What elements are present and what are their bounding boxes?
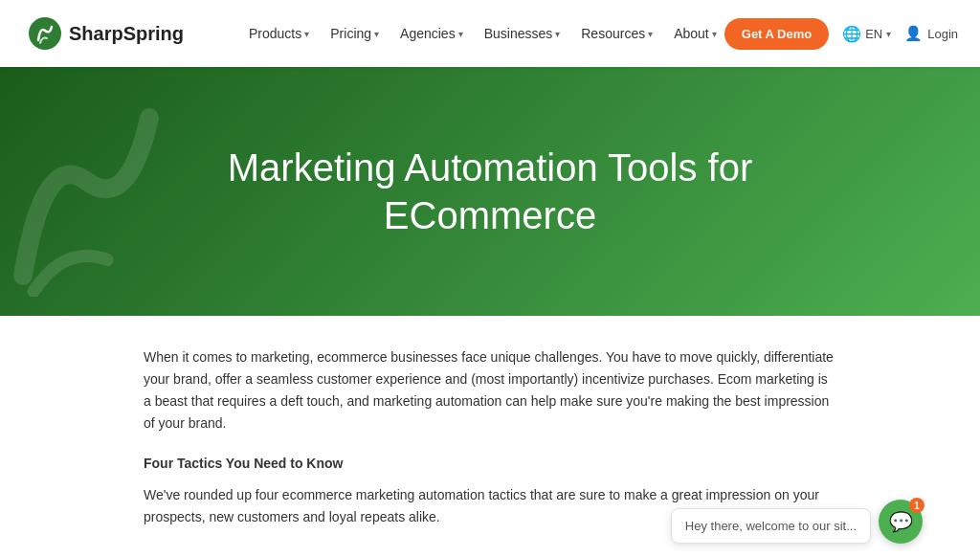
lang-chevron-icon: ▾	[886, 29, 891, 39]
chat-widget: Hey there, welcome to our sit... 💬 1	[671, 500, 923, 544]
language-selector[interactable]: 🌐 EN ▾	[842, 25, 891, 43]
pricing-chevron-icon: ▾	[374, 29, 379, 39]
chat-icon: 💬	[889, 510, 913, 533]
chat-button[interactable]: 💬 1	[879, 500, 923, 544]
globe-icon: 🌐	[842, 25, 861, 43]
intro-paragraph: When it comes to marketing, ecommerce bu…	[144, 346, 836, 434]
nav-item-products[interactable]: Products ▾	[241, 20, 317, 47]
user-icon: 👤	[904, 25, 923, 42]
hero-section: Marketing Automation Tools for ECommerce	[0, 67, 980, 316]
tactics-heading: Four Tactics You Need to Know	[144, 456, 836, 471]
products-chevron-icon: ▾	[304, 29, 309, 39]
nav-item-about[interactable]: About ▾	[666, 20, 724, 47]
logo[interactable]: SharpSpring	[29, 17, 184, 50]
businesses-chevron-icon: ▾	[555, 29, 560, 39]
nav-right: Get A Demo 🌐 EN ▾ 👤 Login	[724, 18, 958, 50]
login-button[interactable]: 👤 Login	[904, 25, 958, 42]
nav-item-resources[interactable]: Resources ▾	[573, 20, 660, 47]
demo-button[interactable]: Get A Demo	[724, 18, 829, 50]
agencies-chevron-icon: ▾	[458, 29, 463, 39]
nav-item-agencies[interactable]: Agencies ▾	[392, 20, 471, 47]
logo-icon	[29, 17, 61, 50]
chat-bubble: Hey there, welcome to our sit...	[671, 508, 871, 544]
resources-chevron-icon: ▾	[648, 29, 653, 39]
hero-title: Marketing Automation Tools for ECommerce	[179, 144, 801, 239]
nav-item-businesses[interactable]: Businesses ▾	[477, 20, 568, 47]
page-wrapper: SharpSpring Products ▾ Pricing ▾ Agencie…	[0, 0, 980, 557]
brand-name: SharpSpring	[69, 23, 184, 45]
chat-badge: 1	[909, 498, 924, 513]
hero-watermark-icon	[0, 86, 191, 297]
svg-point-0	[29, 17, 61, 50]
navbar: SharpSpring Products ▾ Pricing ▾ Agencie…	[0, 0, 980, 67]
nav-links: Products ▾ Pricing ▾ Agencies ▾ Business…	[241, 20, 724, 47]
about-chevron-icon: ▾	[712, 29, 717, 39]
nav-item-pricing[interactable]: Pricing ▾	[323, 20, 387, 47]
